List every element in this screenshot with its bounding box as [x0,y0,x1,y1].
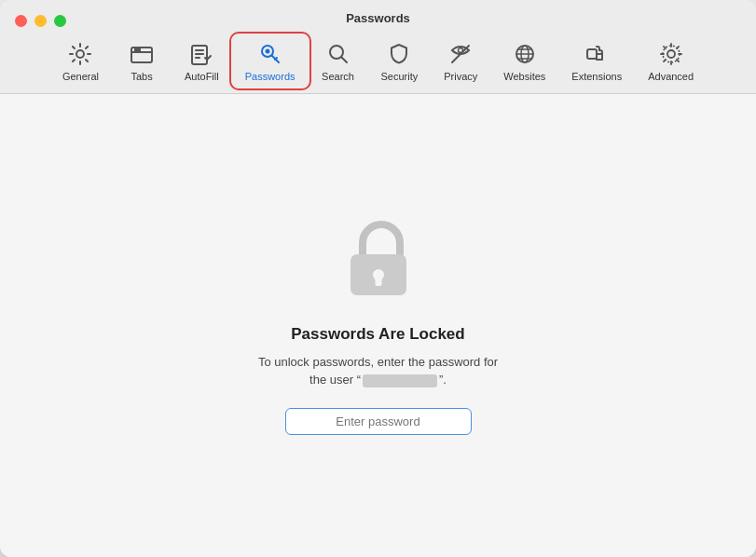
autofill-label: AutoFill [185,71,219,82]
toolbar-item-extensions[interactable]: Extensions [558,34,635,88]
minimize-button[interactable] [34,15,47,27]
security-label: Security [381,71,419,82]
extensions-icon [583,40,611,68]
svg-point-0 [76,50,84,58]
tabs-icon [128,40,156,68]
toolbar-item-privacy[interactable]: Privacy [431,34,490,88]
lock-icon [337,217,420,301]
svg-point-11 [667,50,675,58]
description-text-1: To unlock passwords, enter the password … [258,355,498,369]
password-input-container [285,408,472,435]
key-icon [256,40,284,68]
description-text-3: ”. [439,373,447,387]
advanced-icon [657,40,685,68]
titlebar: Passwords General [0,0,756,94]
close-button[interactable] [15,15,27,27]
username-redacted [363,374,437,387]
description-text-2: the user “ [309,373,361,387]
window-controls [15,15,66,27]
content-area: Passwords Are Locked To unlock passwords… [0,94,756,557]
lock-icon-container [337,217,420,305]
window-title: Passwords [346,11,410,25]
svg-rect-2 [134,48,141,52]
advanced-label: Advanced [648,71,694,82]
general-label: General [62,71,99,82]
app-window: Passwords General [0,0,756,557]
websites-label: Websites [503,71,545,82]
locked-description: To unlock passwords, enter the password … [258,353,498,389]
security-icon [385,40,413,68]
locked-title: Passwords Are Locked [291,325,464,344]
svg-point-5 [265,49,269,54]
tabs-label: Tabs [131,71,152,82]
toolbar-item-general[interactable]: General [49,34,112,88]
privacy-icon [447,40,474,68]
passwords-label: Passwords [245,71,296,82]
toolbar-item-autofill[interactable]: AutoFill [172,34,232,88]
privacy-label: Privacy [444,71,477,82]
toolbar-item-advanced[interactable]: Advanced [635,34,707,88]
toolbar: General Tabs [40,34,716,93]
autofill-icon [187,40,215,68]
toolbar-item-websites[interactable]: Websites [490,34,558,88]
websites-icon [511,40,539,68]
search-label: Search [322,71,354,82]
svg-rect-15 [375,277,381,286]
toolbar-item-security[interactable]: Security [368,34,432,88]
maximize-button[interactable] [54,15,66,27]
search-icon [324,40,352,68]
toolbar-item-tabs[interactable]: Tabs [112,34,172,88]
gear-icon [66,40,94,68]
password-input[interactable] [285,408,472,435]
toolbar-item-passwords[interactable]: Passwords [232,34,309,88]
toolbar-item-search[interactable]: Search [309,34,368,88]
extensions-label: Extensions [571,71,622,82]
svg-rect-10 [587,49,597,59]
